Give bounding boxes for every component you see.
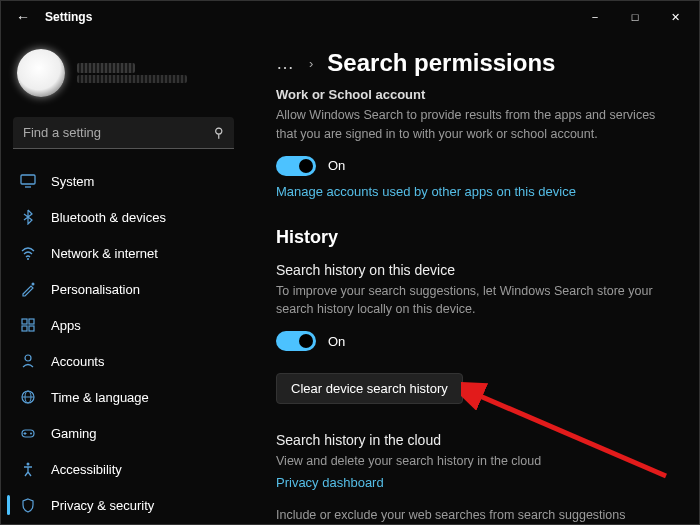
svg-point-2 xyxy=(27,258,29,260)
sidebar-item-label: Network & internet xyxy=(51,246,158,261)
sidebar-item-label: Gaming xyxy=(51,426,97,441)
privacy-dashboard-link[interactable]: Privacy dashboard xyxy=(276,475,675,490)
page-title: Search permissions xyxy=(327,49,555,77)
minimize-button[interactable]: − xyxy=(575,3,615,31)
device-history-toggle[interactable] xyxy=(276,331,316,351)
sidebar-item-label: Accounts xyxy=(51,354,104,369)
nav-list: System Bluetooth & devices Network & int… xyxy=(7,163,240,524)
svg-point-8 xyxy=(25,355,31,361)
svg-rect-6 xyxy=(22,326,27,331)
sidebar-item-label: Apps xyxy=(51,318,81,333)
sidebar-item-network[interactable]: Network & internet xyxy=(7,235,240,271)
svg-point-13 xyxy=(30,433,32,435)
sidebar-item-label: Bluetooth & devices xyxy=(51,210,166,225)
sidebar-item-label: Accessibility xyxy=(51,462,122,477)
sidebar-item-accessibility[interactable]: Accessibility xyxy=(7,451,240,487)
user-profile[interactable] xyxy=(7,41,240,113)
sidebar-item-bluetooth[interactable]: Bluetooth & devices xyxy=(7,199,240,235)
svg-rect-5 xyxy=(29,319,34,324)
sidebar-item-personalisation[interactable]: Personalisation xyxy=(7,271,240,307)
sidebar-item-label: Privacy & security xyxy=(51,498,154,513)
window-title: Settings xyxy=(45,10,92,24)
breadcrumb-more-icon[interactable]: … xyxy=(276,53,295,74)
close-button[interactable]: ✕ xyxy=(655,3,695,31)
gaming-icon xyxy=(19,424,37,442)
apps-icon xyxy=(19,316,37,334)
chevron-right-icon: › xyxy=(309,56,313,71)
device-history-desc: To improve your search suggestions, let … xyxy=(276,282,656,320)
work-school-heading: Work or School account xyxy=(276,87,675,102)
profile-text xyxy=(77,63,187,83)
sidebar-item-label: System xyxy=(51,174,94,189)
wifi-icon xyxy=(19,244,37,262)
main-content: … › Search permissions Work or School ac… xyxy=(246,33,699,524)
sidebar-item-privacy[interactable]: Privacy & security xyxy=(7,487,240,523)
work-school-desc: Allow Windows Search to provide results … xyxy=(276,106,656,144)
sidebar: ⚲ System Bluetooth & devices Network & i… xyxy=(1,33,246,524)
device-history-heading: Search history on this device xyxy=(276,262,675,278)
system-icon xyxy=(19,172,37,190)
globe-icon xyxy=(19,388,37,406)
sidebar-item-label: Personalisation xyxy=(51,282,140,297)
work-school-toggle[interactable] xyxy=(276,156,316,176)
find-setting-search[interactable]: ⚲ xyxy=(13,117,234,149)
search-input[interactable] xyxy=(23,125,214,140)
accessibility-icon xyxy=(19,460,37,478)
sidebar-item-label: Time & language xyxy=(51,390,149,405)
footer-desc: Include or exclude your web searches fro… xyxy=(276,506,656,524)
maximize-button[interactable]: □ xyxy=(615,3,655,31)
work-school-toggle-label: On xyxy=(328,158,345,173)
sidebar-item-update[interactable]: Windows Update xyxy=(7,523,240,524)
history-heading: History xyxy=(276,227,675,248)
sidebar-item-apps[interactable]: Apps xyxy=(7,307,240,343)
svg-rect-0 xyxy=(21,175,35,184)
clear-history-button[interactable]: Clear device search history xyxy=(276,373,463,404)
svg-point-3 xyxy=(32,283,35,286)
bluetooth-icon xyxy=(19,208,37,226)
titlebar: ← Settings − □ ✕ xyxy=(1,1,699,33)
sidebar-item-time[interactable]: Time & language xyxy=(7,379,240,415)
avatar xyxy=(17,49,65,97)
sidebar-item-accounts[interactable]: Accounts xyxy=(7,343,240,379)
breadcrumb: … › Search permissions xyxy=(276,49,675,77)
cloud-history-desc: View and delete your search history in t… xyxy=(276,452,656,471)
device-history-toggle-label: On xyxy=(328,334,345,349)
sidebar-item-gaming[interactable]: Gaming xyxy=(7,415,240,451)
shield-icon xyxy=(19,496,37,514)
svg-point-16 xyxy=(27,463,30,466)
back-button[interactable]: ← xyxy=(13,9,33,25)
svg-rect-4 xyxy=(22,319,27,324)
cloud-history-heading: Search history in the cloud xyxy=(276,432,675,448)
paint-icon xyxy=(19,280,37,298)
manage-accounts-link[interactable]: Manage accounts used by other apps on th… xyxy=(276,184,675,199)
svg-rect-7 xyxy=(29,326,34,331)
search-icon: ⚲ xyxy=(214,125,224,140)
accounts-icon xyxy=(19,352,37,370)
sidebar-item-system[interactable]: System xyxy=(7,163,240,199)
